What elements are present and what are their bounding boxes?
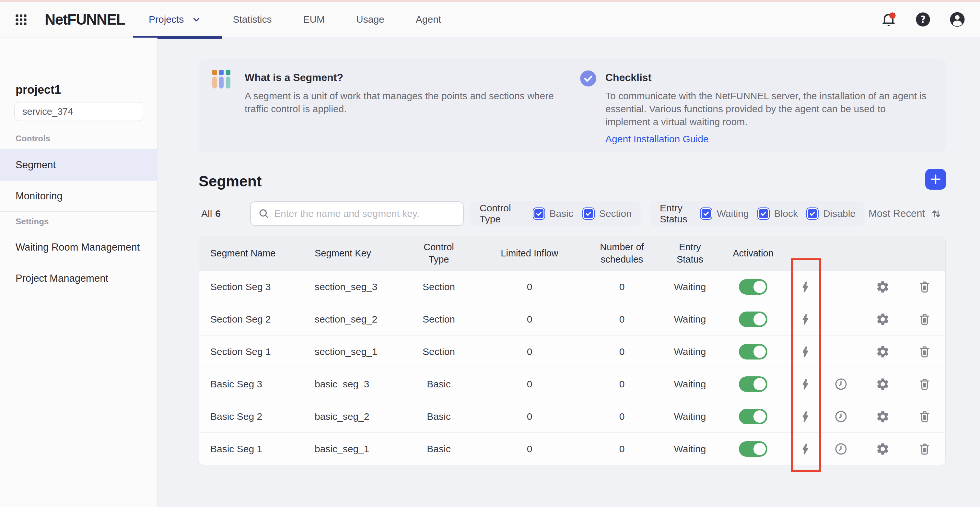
- controls-section-label: Controls: [16, 134, 50, 143]
- settings-button[interactable]: [876, 344, 890, 359]
- segment-key-cell: basic_seg_2: [311, 410, 398, 423]
- activation-toggle[interactable]: [739, 279, 767, 295]
- lightning-bolt-icon: [799, 410, 812, 424]
- gear-icon: [876, 280, 890, 294]
- trash-icon: [918, 345, 931, 359]
- nav-tab-statistics[interactable]: Statistics: [233, 14, 272, 25]
- schedule-button[interactable]: [834, 410, 848, 424]
- delete-button[interactable]: [918, 345, 931, 359]
- activation-toggle[interactable]: [739, 311, 767, 327]
- sidebar-item-segment[interactable]: Segment: [0, 149, 158, 181]
- notifications-button[interactable]: [880, 10, 898, 29]
- segment-key-cell: basic_seg_1: [311, 443, 398, 455]
- checkmark-icon: [585, 210, 592, 217]
- activation-toggle[interactable]: [739, 344, 767, 359]
- activation-toggle[interactable]: [739, 376, 767, 392]
- nav-tab-agent[interactable]: Agent: [416, 14, 441, 25]
- settings-section-label: Settings: [16, 217, 49, 226]
- basic-checkbox[interactable]: [533, 207, 545, 220]
- filter-toolbar: All 6 Control Type Basic Section Entry S…: [199, 201, 946, 226]
- lightning-bolt-icon: [799, 442, 812, 456]
- sidebar-item-waiting-room-management[interactable]: Waiting Room Management: [0, 231, 158, 263]
- disable-checkbox[interactable]: [806, 207, 819, 220]
- gear-icon: [876, 344, 890, 359]
- sidebar-item-monitoring[interactable]: Monitoring: [0, 180, 158, 212]
- schedule-cell: [820, 410, 862, 424]
- activation-toggle[interactable]: [739, 441, 767, 457]
- nav-tab-usage[interactable]: Usage: [356, 14, 384, 25]
- quick-control-button[interactable]: [799, 280, 812, 294]
- lightning-bolt-icon: [799, 344, 812, 359]
- main-nav: Projects Statistics EUM Usage Agent: [149, 2, 441, 37]
- netfunnel-logo[interactable]: NetFUNNEL: [45, 11, 125, 28]
- settings-button[interactable]: [876, 377, 890, 391]
- schedules-cell: 0: [580, 378, 664, 390]
- quick-control-button[interactable]: [799, 344, 812, 359]
- segment-name-cell: Section Seg 1: [199, 346, 311, 358]
- segment-info-title: What is a Segment?: [245, 72, 575, 84]
- delete-button[interactable]: [918, 410, 931, 423]
- settings-button[interactable]: [876, 410, 890, 424]
- segment-name-cell: Basic Seg 2: [199, 410, 311, 423]
- settings-button[interactable]: [876, 312, 890, 327]
- control-type-label: Control Type: [480, 202, 524, 225]
- info-banner: What is a Segment? A segment is a unit o…: [199, 59, 946, 152]
- bolt-cell: [791, 344, 820, 359]
- settings-button[interactable]: [876, 280, 890, 294]
- schedule-button[interactable]: [834, 442, 848, 456]
- sort-arrows-icon: [930, 207, 942, 220]
- search-icon: [258, 208, 270, 220]
- add-segment-button[interactable]: [925, 169, 946, 190]
- gear-icon: [876, 410, 890, 424]
- delete-button[interactable]: [918, 442, 931, 456]
- checkbox-label: Disable: [823, 208, 856, 219]
- col-control-type: Control Type: [398, 241, 479, 266]
- quick-control-button[interactable]: [799, 442, 812, 456]
- schedule-cell: [820, 442, 862, 456]
- help-button[interactable]: ?: [914, 10, 932, 29]
- waiting-checkbox[interactable]: [700, 207, 712, 220]
- schedule-cell: [820, 280, 862, 294]
- delete-cell: [904, 442, 945, 456]
- delete-button[interactable]: [918, 280, 931, 294]
- col-segment-key: Segment Key: [311, 247, 398, 259]
- check-circle-icon: [579, 70, 597, 87]
- control-type-cell: Basic: [398, 443, 479, 455]
- section-checkbox[interactable]: [582, 207, 595, 220]
- checkmark-icon: [760, 210, 767, 217]
- table-header-row: Segment Name Segment Key Control Type Li…: [199, 236, 945, 270]
- agent-installation-guide-link[interactable]: Agent Installation Guide: [605, 134, 709, 145]
- service-selector[interactable]: service_374: [14, 102, 143, 121]
- activation-cell: [716, 279, 791, 295]
- account-button[interactable]: [948, 10, 966, 29]
- settings-cell: [862, 280, 904, 294]
- delete-button[interactable]: [918, 312, 931, 326]
- app-grid-icon[interactable]: [14, 12, 29, 27]
- segment-key-cell: section_seg_3: [311, 281, 398, 293]
- quick-control-button[interactable]: [799, 377, 812, 391]
- segment-search: [250, 201, 464, 226]
- control-type-cell: Section: [398, 346, 479, 358]
- delete-button[interactable]: [918, 377, 931, 391]
- search-input[interactable]: [274, 208, 456, 219]
- clock-icon: [834, 377, 848, 391]
- lightning-bolt-icon: [799, 377, 812, 391]
- col-number-of-schedules: Number of schedules: [580, 241, 664, 266]
- sort-selector[interactable]: Most Recent: [869, 201, 942, 226]
- segment-name-cell: Basic Seg 1: [199, 443, 311, 455]
- toggle-knob: [754, 346, 766, 358]
- sidebar-item-project-management[interactable]: Project Management: [0, 263, 158, 294]
- activation-toggle[interactable]: [739, 409, 767, 424]
- quick-control-button[interactable]: [799, 410, 812, 424]
- settings-button[interactable]: [876, 442, 890, 456]
- trash-icon: [918, 280, 931, 294]
- control-type-filter: Control Type Basic Section: [470, 201, 641, 226]
- delete-cell: [904, 410, 945, 423]
- schedule-button[interactable]: [834, 377, 848, 391]
- block-checkbox[interactable]: [757, 207, 770, 220]
- nav-tab-eum[interactable]: EUM: [303, 14, 325, 25]
- nav-tab-projects[interactable]: Projects: [149, 14, 201, 25]
- toggle-knob: [754, 443, 766, 455]
- segment-table: Segment Name Segment Key Control Type Li…: [199, 236, 946, 465]
- quick-control-button[interactable]: [799, 312, 812, 327]
